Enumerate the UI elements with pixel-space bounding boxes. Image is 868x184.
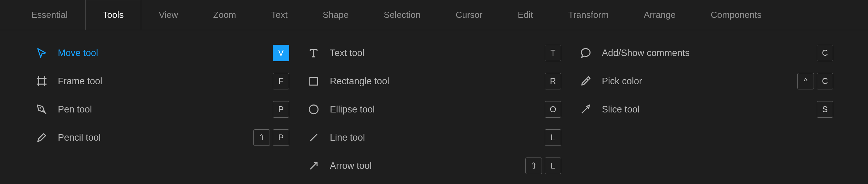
tab-edit[interactable]: Edit — [500, 0, 551, 30]
shortcut-keys: V — [273, 45, 289, 61]
shortcut-tabs: EssentialToolsViewZoomTextShapeSelection… — [0, 0, 868, 30]
shortcut-row[interactable]: Slice toolS — [578, 97, 833, 122]
svg-rect-11 — [310, 77, 318, 85]
text-icon — [306, 46, 321, 60]
shortcut-label: Pencil tool — [58, 132, 253, 143]
tab-components[interactable]: Components — [693, 0, 779, 30]
shortcut-row[interactable]: Text toolT — [306, 41, 561, 65]
shortcut-label: Pick color — [602, 76, 797, 87]
shortcut-panel: Move toolVFrame toolFPen toolPPencil too… — [0, 30, 868, 184]
shortcut-label: Add/Show comments — [602, 48, 817, 58]
shortcut-row[interactable]: Pencil tool⇧P — [34, 125, 289, 150]
shortcut-keys: P — [273, 101, 289, 118]
shortcut-row[interactable]: Line toolL — [306, 125, 561, 150]
key-badge: S — [817, 101, 833, 118]
shortcut-keys: T — [545, 45, 561, 61]
rectangle-icon — [306, 74, 321, 88]
shortcut-label: Frame tool — [58, 76, 273, 87]
shortcut-column: Move toolVFrame toolFPen toolPPencil too… — [34, 41, 289, 178]
svg-point-4 — [40, 107, 41, 109]
shortcut-label: Slice tool — [602, 104, 817, 115]
key-badge: ⇧ — [253, 129, 270, 146]
tab-zoom[interactable]: Zoom — [196, 0, 253, 30]
shortcut-keys: S — [817, 101, 833, 118]
key-badge: O — [545, 101, 561, 118]
shortcut-keys: ^C — [797, 73, 833, 89]
shortcut-row[interactable]: Rectangle toolR — [306, 69, 561, 94]
tab-cursor[interactable]: Cursor — [438, 0, 500, 30]
key-badge: V — [273, 45, 289, 61]
key-badge: C — [817, 73, 833, 89]
tab-text[interactable]: Text — [254, 0, 305, 30]
shortcut-keys: ⇧P — [253, 129, 289, 146]
shortcut-keys: R — [545, 73, 561, 89]
tab-transform[interactable]: Transform — [551, 0, 626, 30]
shortcut-keys: ⇧L — [525, 158, 561, 174]
shortcut-row[interactable]: Pick color^C — [578, 69, 833, 94]
shortcut-row[interactable]: Pen toolP — [34, 97, 289, 122]
shortcut-row[interactable]: Ellipse toolO — [306, 97, 561, 122]
key-badge: L — [545, 158, 561, 174]
ellipse-icon — [306, 102, 321, 117]
tab-selection[interactable]: Selection — [366, 0, 438, 30]
shortcut-keys: O — [545, 101, 561, 118]
key-badge: P — [273, 129, 289, 146]
key-badge: T — [545, 45, 561, 61]
shortcut-label: Move tool — [58, 48, 273, 58]
shortcut-column: Add/Show commentsCPick color^CSlice tool… — [578, 41, 833, 178]
eyedropper-icon — [578, 74, 593, 88]
tab-tools[interactable]: Tools — [85, 0, 142, 30]
key-badge: L — [545, 129, 561, 146]
shortcut-keys: C — [817, 45, 833, 61]
key-badge: F — [273, 73, 289, 89]
pen-icon — [34, 102, 49, 117]
shortcut-row[interactable]: Move toolV — [34, 41, 289, 65]
key-badge: C — [817, 45, 833, 61]
tab-shape[interactable]: Shape — [305, 0, 366, 30]
shortcut-label: Rectangle tool — [330, 76, 545, 87]
frame-icon — [34, 74, 49, 88]
shortcut-label: Pen tool — [58, 104, 273, 115]
move-icon — [34, 46, 49, 60]
shortcut-label: Arrow tool — [330, 161, 525, 171]
tab-view[interactable]: View — [141, 0, 196, 30]
shortcut-row[interactable]: Arrow tool⇧L — [306, 153, 561, 178]
shortcut-keys: L — [545, 129, 561, 146]
key-badge: P — [273, 101, 289, 118]
pencil-icon — [34, 130, 49, 145]
shortcut-column: Text toolTRectangle toolREllipse toolOLi… — [306, 41, 561, 178]
shortcut-row[interactable]: Frame toolF — [34, 69, 289, 94]
shortcut-label: Line tool — [330, 132, 545, 143]
svg-line-13 — [310, 134, 317, 141]
key-badge: ^ — [797, 73, 814, 89]
tab-arrange[interactable]: Arrange — [626, 0, 693, 30]
slice-icon — [578, 102, 593, 117]
arrow-icon — [306, 159, 321, 173]
comment-icon — [578, 46, 593, 60]
tab-essential[interactable]: Essential — [14, 0, 85, 30]
shortcut-label: Ellipse tool — [330, 104, 545, 115]
shortcut-row[interactable]: Add/Show commentsC — [578, 41, 833, 65]
svg-point-12 — [309, 105, 318, 114]
svg-line-14 — [310, 162, 317, 169]
key-badge: ⇧ — [525, 158, 542, 174]
shortcut-label: Text tool — [330, 48, 545, 58]
shortcut-keys: F — [273, 73, 289, 89]
key-badge: R — [545, 73, 561, 89]
line-icon — [306, 130, 321, 145]
